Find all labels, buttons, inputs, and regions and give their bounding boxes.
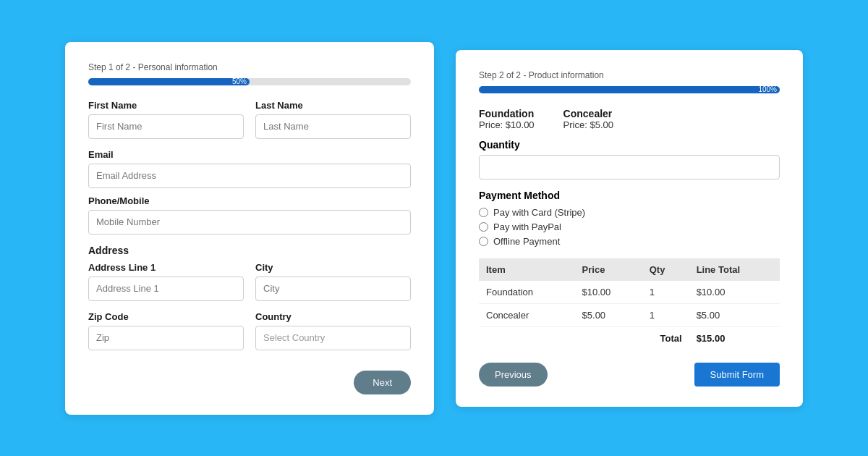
payment-paypal-radio[interactable]	[479, 222, 488, 232]
country-select[interactable]: Select Country United States United King…	[255, 326, 411, 350]
zip-country-row: Zip Code Country Select Country United S…	[88, 311, 411, 358]
step1-label: Step 1 of 2 - Personal information	[88, 62, 411, 72]
zip-input[interactable]	[88, 326, 244, 350]
city-group: City	[255, 262, 411, 301]
payment-offline-label: Offline Payment	[493, 236, 560, 247]
payment-label: Payment Method	[479, 190, 780, 201]
address-line1-label: Address Line 1	[88, 262, 244, 273]
zip-label: Zip Code	[88, 311, 244, 322]
payment-paypal-label: Pay with PayPal	[493, 221, 561, 232]
foundation-name: Foundation	[479, 108, 535, 119]
total-label: Total	[479, 326, 689, 350]
total-value: $15.00	[689, 326, 780, 350]
product-foundation: Foundation Price: $10.00	[479, 108, 535, 130]
concealer-name: Concealer	[563, 108, 613, 119]
country-label: Country	[255, 311, 411, 322]
name-row: First Name Last Name	[88, 100, 411, 146]
step2-progress-percent-label: 100%	[758, 85, 777, 94]
table-row: Concealer $5.00 1 $5.00	[479, 303, 780, 326]
quantity-label: Quantity	[479, 139, 780, 151]
email-input[interactable]	[88, 164, 411, 188]
phone-input[interactable]	[88, 210, 411, 235]
products-row: Foundation Price: $10.00 Concealer Price…	[479, 108, 780, 130]
step2-label: Step 2 of 2 - Product information	[479, 70, 780, 80]
row1-line-total: $10.00	[689, 281, 780, 304]
address-section-title: Address	[88, 245, 411, 256]
step2-progress-bar-bg: 100%	[479, 86, 780, 93]
progress-percent-label: 50%	[232, 77, 247, 86]
row2-qty: 1	[642, 303, 689, 326]
next-button[interactable]: Next	[354, 371, 411, 394]
phone-label: Phone/Mobile	[88, 195, 411, 206]
first-name-label: First Name	[88, 100, 244, 111]
first-name-input[interactable]	[88, 114, 244, 139]
payment-card-label: Pay with Card (Stripe)	[493, 207, 585, 218]
foundation-price: Price: $10.00	[479, 119, 535, 130]
payment-card-option[interactable]: Pay with Card (Stripe)	[479, 207, 780, 218]
city-input[interactable]	[255, 276, 411, 301]
last-name-input[interactable]	[255, 114, 411, 139]
progress-bar-fill: 50%	[88, 78, 250, 85]
progress-bar-bg: 50%	[88, 78, 411, 85]
zip-group: Zip Code	[88, 311, 244, 350]
row2-item: Concealer	[479, 303, 575, 326]
email-group: Email	[88, 149, 411, 188]
country-group: Country Select Country United States Uni…	[255, 311, 411, 350]
concealer-price: Price: $5.00	[563, 119, 613, 130]
city-label: City	[255, 262, 411, 273]
address-line1-input[interactable]	[88, 276, 244, 301]
last-name-label: Last Name	[255, 100, 411, 111]
payment-paypal-option[interactable]: Pay with PayPal	[479, 221, 780, 232]
quantity-input[interactable]	[479, 155, 780, 180]
payment-card-radio[interactable]	[479, 208, 488, 217]
email-label: Email	[88, 149, 411, 160]
table-row: Foundation $10.00 1 $10.00	[479, 281, 780, 304]
payment-offline-radio[interactable]	[479, 237, 488, 246]
step2-card: Step 2 of 2 - Product information 100% F…	[456, 50, 803, 407]
row1-item: Foundation	[479, 281, 575, 304]
submit-button[interactable]: Submit Form	[694, 363, 780, 387]
address-row: Address Line 1 City	[88, 262, 411, 308]
row1-price: $10.00	[575, 281, 642, 304]
phone-group: Phone/Mobile	[88, 195, 411, 235]
row2-price: $5.00	[575, 303, 642, 326]
payment-offline-option[interactable]: Offline Payment	[479, 236, 780, 247]
row2-line-total: $5.00	[689, 303, 780, 326]
first-name-group: First Name	[88, 100, 244, 139]
payment-options: Pay with Card (Stripe) Pay with PayPal O…	[479, 207, 780, 247]
table-total-row: Total $15.00	[479, 326, 780, 350]
last-name-group: Last Name	[255, 100, 411, 139]
table-header-row: Item Price Qty Line Total	[479, 258, 780, 281]
row1-qty: 1	[642, 281, 689, 304]
previous-button[interactable]: Previous	[479, 363, 548, 387]
step2-progress-bar-fill: 100%	[479, 86, 780, 93]
product-concealer: Concealer Price: $5.00	[563, 108, 613, 130]
step2-footer: Previous Submit Form	[479, 363, 780, 387]
order-table: Item Price Qty Line Total Foundation $10…	[479, 258, 780, 350]
address-line1-group: Address Line 1	[88, 262, 244, 301]
col-price: Price	[575, 258, 642, 281]
col-qty: Qty	[642, 258, 689, 281]
col-line-total: Line Total	[689, 258, 780, 281]
step1-card: Step 1 of 2 - Personal information 50% F…	[65, 42, 434, 415]
col-item: Item	[479, 258, 575, 281]
